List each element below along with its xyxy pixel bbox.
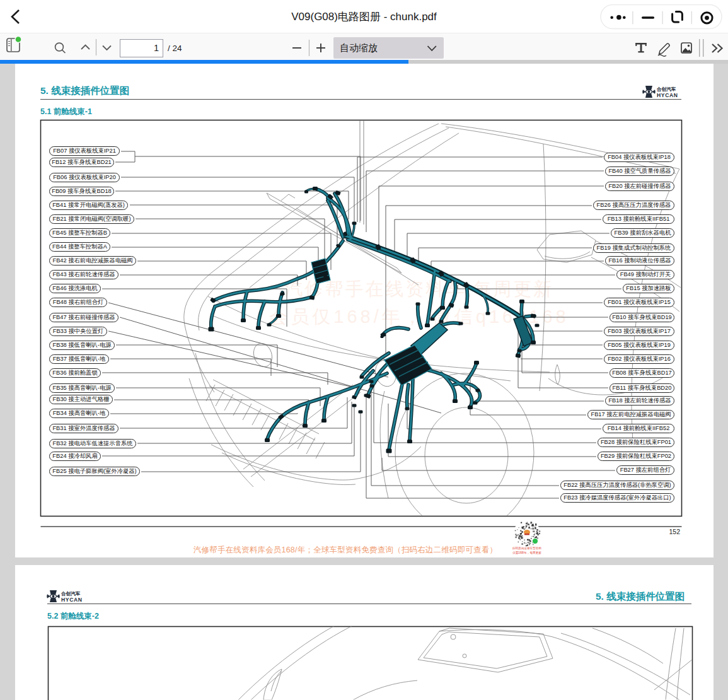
svg-text:HYCAN: HYCAN (657, 92, 678, 98)
svg-text:合创汽车: 合创汽车 (656, 86, 676, 92)
svg-text:HYCAN: HYCAN (61, 597, 83, 603)
svg-text:合创汽车: 合创汽车 (61, 591, 81, 597)
